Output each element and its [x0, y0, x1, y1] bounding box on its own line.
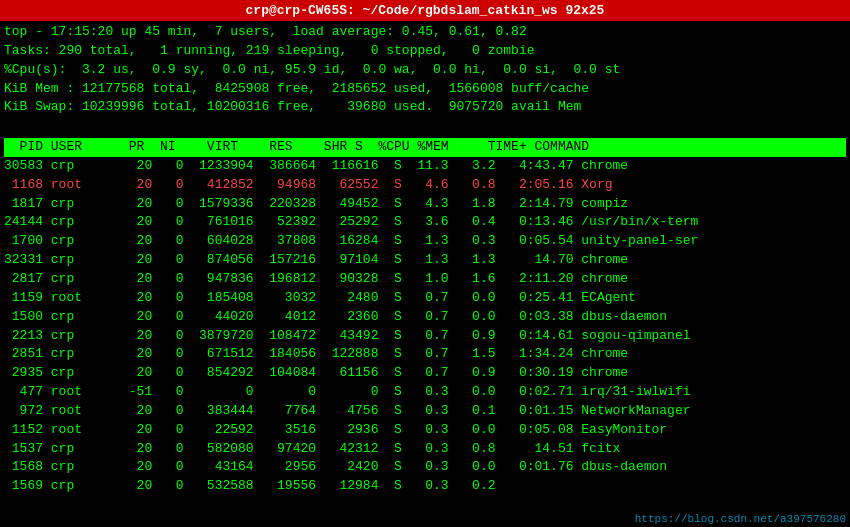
table-row-5: 32331 crp 20 0 874056 157216 97104 S 1.3… — [4, 251, 846, 270]
status-line-1: Tasks: 290 total, 1 running, 219 sleepin… — [4, 42, 846, 61]
status-line-3: KiB Mem : 12177568 total, 8425908 free, … — [4, 80, 846, 99]
status-line-2: %Cpu(s): 3.2 us, 0.9 sy, 0.0 ni, 95.9 id… — [4, 61, 846, 80]
status-line-0: top - 17:15:20 up 45 min, 7 users, load … — [4, 23, 846, 42]
table-row-9: 2213 crp 20 0 3879720 108472 43492 S 0.7… — [4, 327, 846, 346]
title-text: crp@crp-CW65S: ~/Code/rgbdslam_catkin_ws… — [246, 3, 605, 18]
watermark: https://blog.csdn.net/a397576280 — [635, 513, 846, 525]
terminal: crp@crp-CW65S: ~/Code/rgbdslam_catkin_ws… — [0, 0, 850, 527]
table-row-15: 1537 crp 20 0 582080 97420 42312 S 0.3 0… — [4, 440, 846, 459]
table-rows: 30583 crp 20 0 1233904 386664 116616 S 1… — [4, 157, 846, 496]
status-lines: top - 17:15:20 up 45 min, 7 users, load … — [4, 23, 846, 117]
status-line-4: KiB Swap: 10239996 total, 10200316 free,… — [4, 98, 846, 117]
table-row-16: 1568 crp 20 0 43164 2956 2420 S 0.3 0.0 … — [4, 458, 846, 477]
table-row-4: 1700 crp 20 0 604028 37808 16284 S 1.3 0… — [4, 232, 846, 251]
title-bar: crp@crp-CW65S: ~/Code/rgbdslam_catkin_ws… — [0, 0, 850, 21]
table-row-12: 477 root -51 0 0 0 0 S 0.3 0.0 0:02.71 i… — [4, 383, 846, 402]
table-row-3: 24144 crp 20 0 761016 52392 25292 S 3.6 … — [4, 213, 846, 232]
table-row-6: 2817 crp 20 0 947836 196812 90328 S 1.0 … — [4, 270, 846, 289]
table-row-13: 972 root 20 0 383444 7764 4756 S 0.3 0.1… — [4, 402, 846, 421]
table-header: PID USER PR NI VIRT RES SHR S %CPU %MEM … — [4, 138, 846, 157]
table-row-0: 30583 crp 20 0 1233904 386664 116616 S 1… — [4, 157, 846, 176]
table-row-14: 1152 root 20 0 22592 3516 2936 S 0.3 0.0… — [4, 421, 846, 440]
terminal-content: top - 17:15:20 up 45 min, 7 users, load … — [0, 21, 850, 527]
empty-line — [4, 117, 846, 136]
table-row-17: 1569 crp 20 0 532588 19556 12984 S 0.3 0… — [4, 477, 846, 496]
table-row-1: 1168 root 20 0 412852 94968 62552 S 4.6 … — [4, 176, 846, 195]
table-row-2: 1817 crp 20 0 1579336 220328 49452 S 4.3… — [4, 195, 846, 214]
table-row-11: 2935 crp 20 0 854292 104084 61156 S 0.7 … — [4, 364, 846, 383]
table-row-7: 1159 root 20 0 185408 3032 2480 S 0.7 0.… — [4, 289, 846, 308]
table-row-10: 2851 crp 20 0 671512 184056 122888 S 0.7… — [4, 345, 846, 364]
table-row-8: 1500 crp 20 0 44020 4012 2360 S 0.7 0.0 … — [4, 308, 846, 327]
